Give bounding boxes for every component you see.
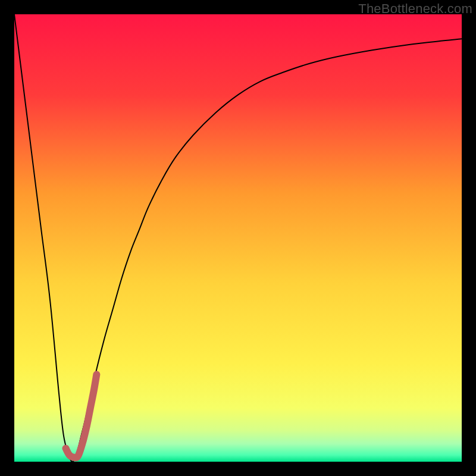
plot-area	[14, 14, 462, 462]
chart-svg	[14, 14, 462, 462]
gradient-background	[14, 14, 462, 462]
chart-frame: TheBottleneck.com	[0, 0, 476, 476]
watermark-text: TheBottleneck.com	[358, 1, 472, 17]
